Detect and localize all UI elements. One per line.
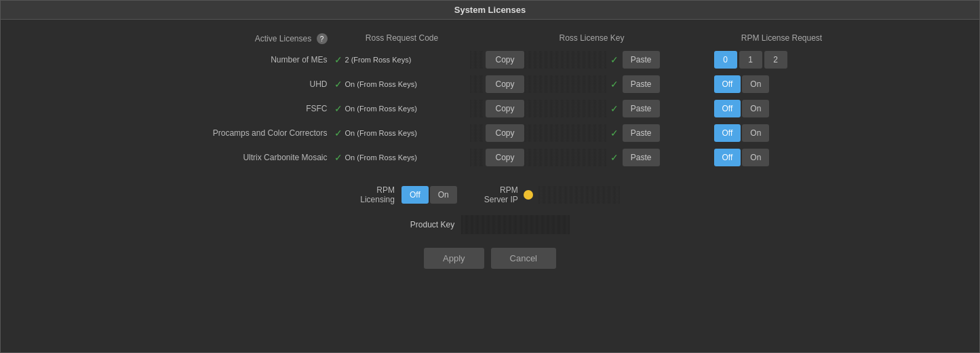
- toggle-on-mosaic[interactable]: On: [742, 149, 769, 166]
- rpm-toggle-mosaic: Off On: [714, 149, 850, 166]
- toggle-off-fsfc[interactable]: Off: [714, 100, 741, 117]
- license-key-input-mosaic[interactable]: [524, 149, 606, 166]
- apply-button[interactable]: Apply: [424, 248, 484, 269]
- system-licenses-window: System Licenses Active Licenses ? Ross R…: [0, 0, 980, 353]
- product-key-input[interactable]: [461, 215, 570, 234]
- rpm-licensing-toggle: Off On: [401, 186, 457, 204]
- rpm-licensing-group: RPMLicensing Off On: [360, 185, 457, 204]
- rpm-btn-1[interactable]: 1: [739, 51, 762, 69]
- copy-button-mes[interactable]: Copy: [486, 51, 524, 69]
- title-bar: System Licenses: [1, 1, 979, 20]
- rpm-server-group: RPMServer IP: [484, 185, 620, 204]
- product-key-row: Product Key: [117, 215, 863, 234]
- ross-license-key-header: Ross License Key: [524, 33, 660, 44]
- paste-button-mes[interactable]: Paste: [623, 51, 660, 69]
- paste-button-mosaic[interactable]: Paste: [623, 149, 660, 166]
- main-content: Active Licenses ? Ross Request Code Ross…: [1, 20, 979, 352]
- rpm-toggle-procamps: Off On: [714, 124, 850, 142]
- table-row: Ultrix Carbonite Mosaic ✓ On (From Ross …: [117, 147, 863, 168]
- row-label-uhd: UHD: [117, 79, 334, 89]
- copy-col-fsfc: Copy: [470, 100, 524, 117]
- license-key-col-mes: ✓ Paste: [524, 51, 660, 69]
- paste-button-uhd[interactable]: Paste: [623, 75, 660, 93]
- table-row: Procamps and Color Correctors ✓ On (From…: [117, 123, 863, 143]
- server-status-dot: [524, 190, 533, 200]
- rpm-server-ip-label: RPMServer IP: [484, 185, 518, 204]
- check-icon-mosaic: ✓: [334, 152, 342, 163]
- row-status-procamps: ✓ On (From Ross Keys): [334, 128, 470, 138]
- check-icon-license-fsfc: ✓: [610, 103, 619, 114]
- table-row: UHD ✓ On (From Ross Keys) Copy ✓ Paste O…: [117, 74, 863, 94]
- rpm-licensing-row: RPMLicensing Off On RPMServer IP: [117, 185, 863, 204]
- rpm-btn-0[interactable]: 0: [714, 51, 737, 69]
- toggle-off-uhd[interactable]: Off: [714, 75, 741, 93]
- license-key-input-mes[interactable]: [524, 51, 606, 69]
- row-label-fsfc: FSFC: [117, 104, 334, 113]
- check-icon-license-procamps: ✓: [610, 128, 619, 138]
- license-key-input-uhd[interactable]: [524, 75, 606, 93]
- check-icon-fsfc: ✓: [334, 103, 342, 114]
- licenses-table: Active Licenses ? Ross Request Code Ross…: [117, 33, 863, 172]
- row-label-mes: Number of MEs: [117, 55, 334, 64]
- rpm-btn-2[interactable]: 2: [764, 51, 787, 69]
- cancel-button[interactable]: Cancel: [491, 248, 556, 269]
- rpm-license-request-header: RPM License Request: [714, 33, 850, 44]
- row-status-mosaic: ✓ On (From Ross Keys): [334, 152, 470, 163]
- license-key-col-uhd: ✓ Paste: [524, 75, 660, 93]
- request-code-input-procamps[interactable]: [470, 124, 484, 142]
- paste-button-procamps[interactable]: Paste: [623, 124, 660, 142]
- request-code-input-mosaic[interactable]: [470, 149, 484, 166]
- copy-button-fsfc[interactable]: Copy: [486, 100, 524, 117]
- row-status-uhd: ✓ On (From Ross Keys): [334, 79, 470, 90]
- copy-col-mosaic: Copy: [470, 149, 524, 166]
- paste-button-fsfc[interactable]: Paste: [623, 100, 660, 117]
- action-buttons: Apply Cancel: [117, 248, 863, 269]
- request-code-input-uhd[interactable]: [470, 75, 484, 93]
- rpm-licensing-label: RPMLicensing: [360, 185, 395, 204]
- ross-request-code-header: Ross Request Code: [334, 33, 470, 44]
- request-code-input-fsfc[interactable]: [470, 100, 484, 117]
- check-icon-procamps: ✓: [334, 128, 342, 138]
- rpm-toggle-uhd: Off On: [714, 75, 850, 93]
- server-ip-input[interactable]: [538, 186, 620, 204]
- rpm-toggle-fsfc: Off On: [714, 100, 850, 117]
- copy-col-uhd: Copy: [470, 75, 524, 93]
- active-licenses-header: Active Licenses ?: [117, 33, 334, 44]
- toggle-on-fsfc[interactable]: On: [742, 100, 769, 117]
- bottom-section: RPMLicensing Off On RPMServer IP: [117, 185, 863, 269]
- request-code-input-mes[interactable]: [470, 51, 484, 69]
- row-label-procamps: Procamps and Color Correctors: [117, 128, 334, 138]
- toggle-off-procamps[interactable]: Off: [714, 124, 741, 142]
- license-key-col-procamps: ✓ Paste: [524, 124, 660, 142]
- check-icon-license-mosaic: ✓: [610, 152, 619, 163]
- table-row: Number of MEs ✓ 2 (From Ross Keys) Copy …: [117, 50, 863, 70]
- product-key-label: Product Key: [410, 220, 454, 229]
- rpm-numbers-mes: 0 1 2: [714, 51, 850, 69]
- row-status-mes: ✓ 2 (From Ross Keys): [334, 54, 470, 65]
- copy-col-procamps: Copy: [470, 124, 524, 142]
- row-status-fsfc: ✓ On (From Ross Keys): [334, 103, 470, 114]
- rpm-licensing-off-button[interactable]: Off: [401, 186, 429, 204]
- check-icon-mes: ✓: [334, 54, 342, 65]
- window-title: System Licenses: [454, 5, 526, 15]
- copy-button-procamps[interactable]: Copy: [486, 124, 524, 142]
- table-header: Active Licenses ? Ross Request Code Ross…: [117, 33, 863, 44]
- toggle-on-uhd[interactable]: On: [742, 75, 769, 93]
- rpm-licensing-on-button[interactable]: On: [430, 186, 457, 204]
- toggle-off-mosaic[interactable]: Off: [714, 149, 741, 166]
- license-key-col-fsfc: ✓ Paste: [524, 100, 660, 117]
- license-key-col-mosaic: ✓ Paste: [524, 149, 660, 166]
- copy-button-uhd[interactable]: Copy: [486, 75, 524, 93]
- check-icon-uhd: ✓: [334, 79, 342, 90]
- check-icon-license-uhd: ✓: [610, 79, 619, 90]
- license-key-input-fsfc[interactable]: [524, 100, 606, 117]
- copy-button-mosaic[interactable]: Copy: [486, 149, 524, 166]
- check-icon-license-mes: ✓: [610, 54, 619, 65]
- table-row: FSFC ✓ On (From Ross Keys) Copy ✓ Paste …: [117, 98, 863, 119]
- row-label-mosaic: Ultrix Carbonite Mosaic: [117, 153, 334, 162]
- copy-col-mes: Copy: [470, 51, 524, 69]
- toggle-on-procamps[interactable]: On: [742, 124, 769, 142]
- help-icon[interactable]: ?: [317, 33, 328, 44]
- license-key-input-procamps[interactable]: [524, 124, 606, 142]
